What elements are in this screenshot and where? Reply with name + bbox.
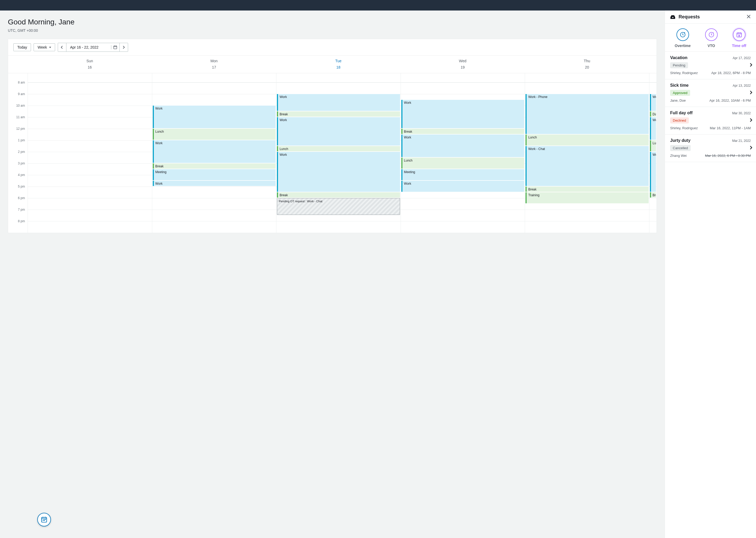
calendar-event[interactable]: Break [277, 192, 400, 197]
request-type-timeoff[interactable]: Time off [732, 28, 746, 48]
day-column[interactable]: WorkBreakWorkLunchWorkBreakPending OT re… [276, 73, 401, 233]
date-range-label: Apr 16 - 22, 2022 [67, 45, 111, 49]
calendar-event[interactable]: Work [402, 181, 525, 192]
request-type-overtime[interactable]: Overtime [675, 28, 691, 48]
requests-panel-header: Requests [665, 11, 756, 24]
calendar-event[interactable]: Lunch [153, 129, 276, 140]
hour-label: 3 pm [8, 162, 27, 173]
day-column[interactable]: WorkBreakWorkLunchMeetingWork [401, 73, 525, 233]
calendar-event[interactable]: Lunch [650, 140, 656, 151]
chevron-right-icon [750, 146, 752, 150]
hour-label: 9 am [8, 92, 27, 104]
request-type-label: Time off [732, 44, 746, 48]
request-item[interactable]: Jurty dutyMar 21, 2022CancelledZhang Wei… [665, 134, 756, 162]
svg-rect-0 [114, 46, 117, 49]
day-name: Sun [27, 59, 152, 63]
calendar-toolbar: Today Week Apr 16 - 22, 2022 [8, 39, 656, 56]
next-button[interactable] [119, 43, 128, 51]
timezone-label: UTC, GMT +00:00 [8, 28, 657, 32]
calendar-event[interactable]: Break [402, 129, 525, 134]
calendar-event[interactable]: Work [153, 181, 276, 186]
request-item[interactable]: Full day offMar 30, 2022DeclinedShirley,… [665, 107, 756, 134]
calendar-card: Today Week Apr 16 - 22, 2022 [8, 39, 657, 233]
clock-minus-icon [708, 31, 715, 38]
status-badge: Pending [670, 62, 688, 68]
status-badge: Cancelled [670, 145, 691, 151]
svg-rect-1 [41, 517, 47, 522]
prev-button[interactable] [58, 43, 67, 51]
hour-label: 7 pm [8, 208, 27, 219]
calendar-event[interactable]: Break [650, 192, 656, 197]
day-column[interactable]: Work - PhoneLunchWork - ChatBreakTrainin… [525, 73, 649, 233]
calendar-event[interactable]: Work [650, 117, 656, 140]
calendar-event[interactable]: Break [526, 187, 649, 192]
clock-plus-icon [680, 31, 686, 38]
day-column[interactable]: WorkDailyWorkLunchWorkBreak [649, 73, 656, 233]
request-created-date: Mar 30, 2022 [732, 111, 751, 115]
close-panel-button[interactable] [746, 15, 751, 20]
floating-action-button[interactable] [37, 513, 51, 526]
calendar-event[interactable]: Work - Chat [526, 146, 649, 186]
calendar-event[interactable]: Work [402, 100, 525, 128]
request-created-date: Apr 17, 2022 [732, 56, 751, 60]
calendar-event[interactable]: Work [153, 106, 276, 128]
today-button[interactable]: Today [13, 43, 31, 51]
day-column[interactable] [27, 73, 152, 233]
day-name: Tue [276, 59, 401, 63]
calendar-event[interactable]: Break [277, 111, 400, 117]
request-type-label: VTO [707, 44, 715, 48]
calendar-event[interactable]: Work [277, 152, 400, 192]
request-person: Shirley, Rodriguez [670, 126, 698, 130]
calendar-picker-button[interactable] [111, 45, 119, 49]
request-item[interactable]: VacationApr 17, 2022PendingShirley, Rodr… [665, 52, 756, 79]
request-person: Shirley, Rodriguez [670, 71, 698, 75]
calendar-event[interactable]: Pending OT request : Work - Chat [277, 198, 400, 215]
day-number: 20 [525, 65, 649, 69]
day-header: Sun16 [27, 56, 152, 73]
calendar-event[interactable]: Work - Phone [526, 94, 649, 134]
calendar-event[interactable]: Daily [650, 111, 656, 117]
status-badge: Declined [670, 117, 689, 124]
request-type-label: Overtime [675, 44, 691, 48]
day-column[interactable]: WorkLunchWorkBreakMeetingWork [152, 73, 276, 233]
request-time: Mar 16, 2022, 11PM - 1AM [710, 126, 751, 130]
request-title: Full day off [670, 111, 692, 115]
request-type-vto[interactable]: VTO [705, 28, 718, 48]
calendar-event[interactable]: Lunch [402, 158, 525, 169]
day-name: Thu [525, 59, 649, 63]
calendar-event[interactable]: Work [153, 140, 276, 163]
hour-label: 1 pm [8, 138, 27, 150]
calendar-grid: 8 am9 am10 am11 am12 pm1 pm2 pm3 pm4 pm5… [8, 73, 656, 233]
calendar-event[interactable]: Break [153, 163, 276, 169]
calendar-event[interactable]: Work [402, 134, 525, 157]
day-header: Mon17 [152, 56, 276, 73]
request-item[interactable]: Sick timeApr 13, 2022ApprovedJane, DoeAp… [665, 79, 756, 107]
inbox-icon [670, 15, 676, 20]
day-header-row: Sun16Mon17Tue18Wed19Thu20 [8, 56, 656, 73]
calendar-event[interactable]: Work [650, 152, 656, 192]
day-header [649, 56, 656, 73]
calendar-event[interactable]: Lunch [277, 146, 400, 151]
view-dropdown[interactable]: Week [34, 43, 55, 51]
hour-label: 5 pm [8, 185, 27, 196]
day-header: Tue18 [276, 56, 401, 73]
calendar-event[interactable]: Lunch [526, 134, 649, 145]
request-person: Jane, Doe [670, 98, 685, 102]
calendar-event[interactable]: Meeting [402, 169, 525, 180]
request-person: Zhang Wei [670, 154, 687, 158]
date-nav-group: Apr 16 - 22, 2022 [58, 43, 128, 52]
day-columns: WorkLunchWorkBreakMeetingWorkWorkBreakWo… [27, 73, 656, 233]
day-number: 17 [152, 65, 276, 69]
hour-label: 12 pm [8, 127, 27, 138]
hour-label: 8 am [8, 81, 27, 92]
calendar-event[interactable]: Meeting [153, 169, 276, 180]
calendar-event[interactable]: Work [277, 117, 400, 145]
request-type-tabs: Overtime VTO Time off [665, 24, 756, 52]
calendar-event[interactable]: Work [650, 94, 656, 111]
view-dropdown-label: Week [37, 45, 47, 49]
calendar-event[interactable]: Work [277, 94, 400, 111]
calendar-event[interactable]: Training [526, 192, 649, 203]
request-title: Jurty duty [670, 138, 690, 143]
requests-panel: Requests Overtime VTO [665, 11, 756, 538]
day-number: 16 [27, 65, 152, 69]
